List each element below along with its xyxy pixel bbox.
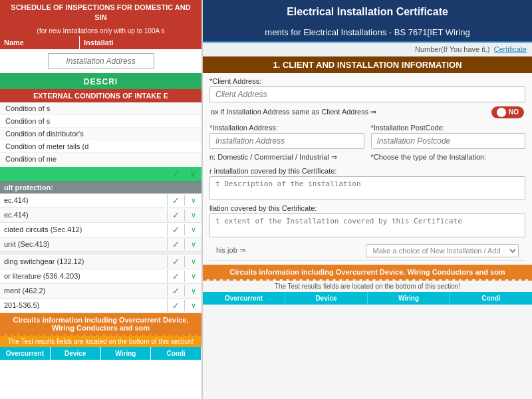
check-item-7: ment (462.2) ✓ ∨	[0, 284, 201, 299]
check-item-4: unit (Sec.413) ✓ ∨	[0, 237, 201, 252]
right-bottom-col-2: Device	[285, 292, 368, 305]
install-covered-group: r installation covered by this Certifica…	[209, 167, 525, 200]
column-headers: Name Installati	[0, 36, 201, 49]
this-job-label: his job ⇒	[216, 246, 360, 255]
client-address-label: *Client Address:	[209, 77, 525, 85]
right-bottom-col-1: Overcurrent	[203, 292, 285, 305]
install-address-group: *Installation Address:	[209, 124, 364, 149]
toggle-circle	[497, 108, 506, 117]
col-name-header: Name	[0, 36, 80, 49]
check-item-6: or literature (536.4.203) ✓ ∨	[0, 269, 201, 284]
check-item-2: ec.414) ✓ ∨	[0, 208, 201, 223]
cond-row-5: Condition of me	[0, 153, 201, 166]
check-item-3: ciated circuits (Sec.412) ✓ ∨	[0, 223, 201, 237]
bottom-col-3: Wiring	[101, 347, 152, 360]
check-section-fault: ult protection:	[0, 182, 201, 194]
section-title-bar: 1. CLIENT AND INSTALLATION INFORMATION	[203, 57, 532, 73]
install-covered-label: r installation covered by this Certifica…	[209, 167, 525, 175]
client-address-row: *Client Address:	[209, 77, 525, 102]
number-label: Number(If You have it.)	[415, 45, 490, 53]
check-item-1: ec.414) ✓ ∨	[0, 194, 201, 208]
checkmark-section: ✓ ∨ ult protection: ec.414) ✓ ∨ ec.414) …	[0, 167, 201, 313]
ext-conditions-bar: EXTERNAL CONDITIONS OF INTAKE E	[0, 89, 201, 102]
toggle-label: ox if Installation Address same as Clien…	[211, 108, 486, 116]
extent-covered-group: llation covered by this Certificate:	[209, 204, 525, 237]
right-bottom-col-4: Condi	[450, 292, 532, 305]
descri-bar: DESCRI	[0, 74, 201, 89]
certificate-link[interactable]: Certificate	[493, 45, 527, 53]
bottom-col-4: Condi	[151, 347, 201, 360]
bottom-test-bar: The Test results fields are located on t…	[0, 334, 201, 347]
check-item-8: 201-536.5) ✓ ∨	[0, 299, 201, 313]
install-address-input[interactable]	[48, 53, 154, 69]
install-address-postcode-row: *Installation Address: *Installation Pos…	[209, 124, 525, 149]
bottom-circuits-bar: Circuits information including Overcurre…	[0, 313, 201, 334]
right-number-row: Number(If You have it.) Certificate	[203, 43, 532, 57]
right-bottom-circuits-bar: Circuits information including Overcurre…	[203, 265, 532, 279]
install-address-label: *Installation Address:	[209, 124, 364, 132]
check-item-5: ding switchgear (132.12) ✓ ∨	[0, 255, 201, 269]
make-choice-select[interactable]: Make a choice of New Installation / Add	[366, 244, 519, 257]
cond-row-1: Condition of s	[0, 102, 201, 115]
cond-row-3: Condition of distributor's	[0, 128, 201, 140]
right-bottom-col-3: Wiring	[368, 292, 450, 305]
install-postcode-group: *Installation PostCode:	[371, 124, 526, 149]
schedule-header: SCHEDULE OF INSPECTIONS FOR DOMESTIC AND…	[0, 0, 201, 26]
cond-row-2: Condition of s	[0, 115, 201, 128]
bottom-col-1: Overcurrent	[0, 347, 51, 360]
condition-rows: Condition of s Condition of s Condition …	[0, 102, 201, 166]
install-address-input2[interactable]	[209, 133, 364, 149]
schedule-sub-header: (for new Installations only with up to 1…	[0, 26, 201, 36]
extent-covered-label: llation covered by this Certificate:	[209, 204, 525, 212]
right-panel: Electrical Installation Certificate ment…	[203, 0, 532, 399]
toggle-row: ox if Installation Address same as Clien…	[209, 106, 525, 118]
client-address-group: *Client Address:	[209, 77, 525, 102]
bottom-cols-row: Overcurrent Device Wiring Condi	[0, 347, 201, 360]
right-bottom-cols: Overcurrent Device Wiring Condi	[203, 292, 532, 305]
install-type-row: n: Domestic / Commercial / Industrial ⇒ …	[209, 153, 525, 163]
toggle-state: NO	[509, 108, 519, 116]
cond-row-4: Condition of meter tails (d	[0, 140, 201, 153]
install-postcode-label: *Installation PostCode:	[371, 124, 526, 132]
right-sub-header: ments for Electrical Installations - BS …	[203, 25, 532, 43]
install-type-choice-group: *Choose the type of the Installation:	[371, 153, 526, 162]
right-bottom-test-note: The Test results fields are located on t…	[203, 279, 532, 292]
install-address-row	[0, 49, 201, 74]
toggle-switch[interactable]: NO	[491, 106, 524, 118]
install-covered-row: r installation covered by this Certifica…	[209, 167, 525, 200]
install-type-group: n: Domestic / Commercial / Industrial ⇒	[209, 153, 364, 163]
col-install-header: Installati	[80, 36, 201, 49]
check-header-row: ✓ ∨	[0, 167, 201, 182]
install-postcode-input[interactable]	[371, 133, 526, 149]
left-panel: SCHEDULE OF INSPECTIONS FOR DOMESTIC AND…	[0, 0, 203, 399]
install-type-label: n: Domestic / Commercial / Industrial ⇒	[209, 153, 364, 162]
install-covered-textarea[interactable]	[209, 176, 525, 200]
this-job-row: his job ⇒ Make a choice of New Installat…	[209, 241, 525, 261]
install-type-choice-label: *Choose the type of the Installation:	[371, 153, 526, 161]
extent-covered-textarea[interactable]	[209, 213, 525, 237]
right-top-header: Electrical Installation Certificate	[203, 0, 532, 25]
client-address-input[interactable]	[209, 86, 525, 102]
extent-covered-row: llation covered by this Certificate:	[209, 204, 525, 237]
bottom-col-2: Device	[51, 347, 101, 360]
form-area: *Client Address: ox if Installation Addr…	[203, 73, 532, 265]
